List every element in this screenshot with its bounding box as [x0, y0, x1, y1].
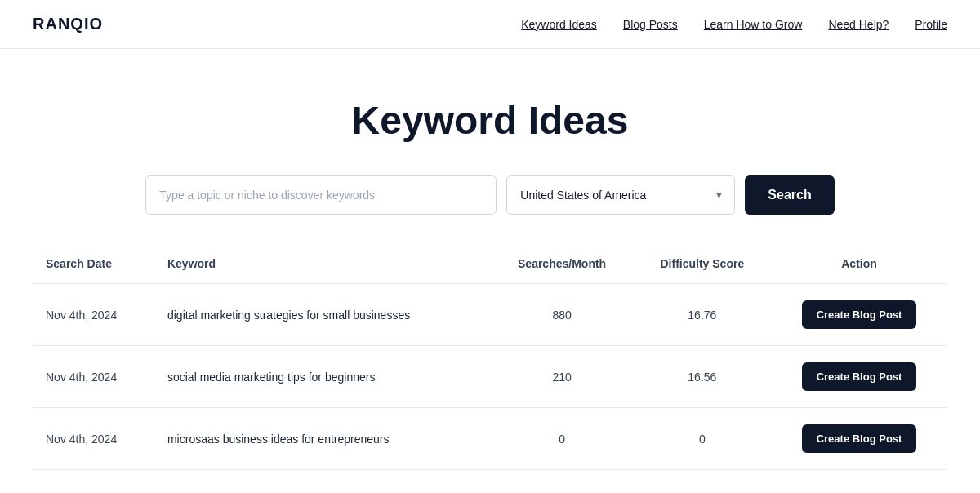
country-select[interactable]: United States of America United Kingdom …	[506, 175, 735, 215]
cell-keyword-0: digital marketing strategies for small b…	[154, 284, 491, 346]
main-nav: Keyword Ideas Blog Posts Learn How to Gr…	[521, 18, 947, 31]
search-bar: United States of America United Kingdom …	[145, 175, 834, 215]
col-header-search-date: Search Date	[33, 247, 154, 284]
logo: RANQIO	[33, 15, 103, 33]
cell-keyword-1: social media marketing tips for beginner…	[154, 346, 491, 408]
nav-item-keyword-ideas[interactable]: Keyword Ideas	[521, 18, 597, 31]
col-header-difficulty-score: Difficulty Score	[634, 247, 771, 284]
nav-item-need-help[interactable]: Need Help?	[828, 18, 889, 31]
cell-searches-0: 880	[491, 284, 634, 346]
cell-searches-1: 210	[491, 346, 634, 408]
col-header-action: Action	[771, 247, 947, 284]
cell-action-2: Create Blog Post	[771, 408, 947, 470]
cell-searches-2: 0	[491, 408, 634, 470]
create-blog-post-button-2[interactable]: Create Blog Post	[802, 424, 917, 453]
keyword-results-table: Search Date Keyword Searches/Month Diffi…	[33, 247, 947, 470]
nav-item-profile[interactable]: Profile	[915, 18, 947, 31]
cell-action-0: Create Blog Post	[771, 284, 947, 346]
country-select-wrapper: United States of America United Kingdom …	[506, 175, 735, 215]
table-row: Nov 4th, 2024 microsaas business ideas f…	[33, 408, 947, 470]
nav-item-learn-how-to-grow[interactable]: Learn How to Grow	[704, 18, 803, 31]
table-row: Nov 4th, 2024 digital marketing strategi…	[33, 284, 947, 346]
table-header-row: Search Date Keyword Searches/Month Diffi…	[33, 247, 947, 284]
cell-difficulty-2: 0	[634, 408, 771, 470]
results-table-section: Search Date Keyword Searches/Month Diffi…	[0, 247, 980, 493]
nav-item-blog-posts[interactable]: Blog Posts	[623, 18, 678, 31]
page-title: Keyword Ideas	[352, 98, 629, 143]
create-blog-post-button-0[interactable]: Create Blog Post	[802, 300, 917, 329]
cell-date-0: Nov 4th, 2024	[33, 284, 154, 346]
create-blog-post-button-1[interactable]: Create Blog Post	[802, 362, 917, 391]
hero-section: Keyword Ideas United States of America U…	[0, 49, 980, 247]
col-header-keyword: Keyword	[154, 247, 491, 284]
table-row: Nov 4th, 2024 social media marketing tip…	[33, 346, 947, 408]
search-input[interactable]	[145, 175, 497, 215]
col-header-searches-month: Searches/Month	[491, 247, 634, 284]
cell-keyword-2: microsaas business ideas for entrepreneu…	[154, 408, 491, 470]
cell-difficulty-1: 16.56	[634, 346, 771, 408]
search-button[interactable]: Search	[745, 175, 834, 215]
cell-date-2: Nov 4th, 2024	[33, 408, 154, 470]
cell-date-1: Nov 4th, 2024	[33, 346, 154, 408]
cell-difficulty-0: 16.76	[634, 284, 771, 346]
cell-action-1: Create Blog Post	[771, 346, 947, 408]
